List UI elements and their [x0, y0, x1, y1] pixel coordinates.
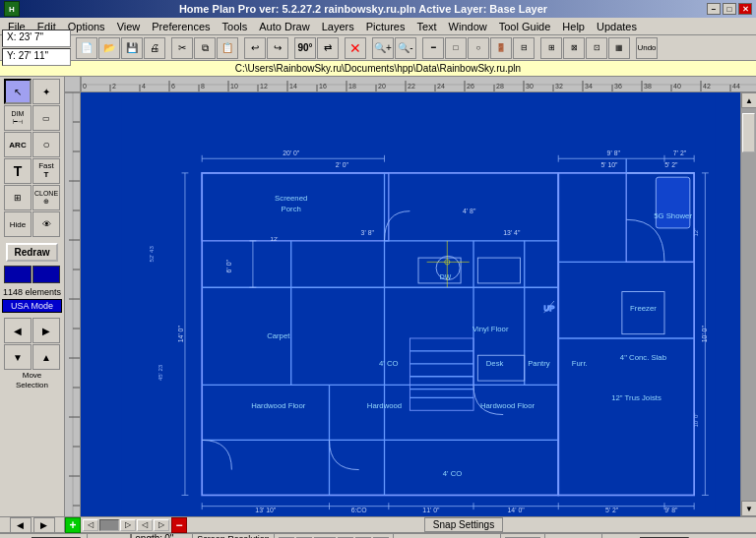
open-button[interactable]: 📂 — [98, 37, 120, 59]
hscroll-thumb[interactable] — [99, 519, 119, 531]
svg-rect-68 — [121, 92, 715, 516]
svg-text:20' 0": 20' 0" — [283, 149, 300, 156]
svg-text:6:CO: 6:CO — [351, 507, 368, 513]
furr-label: Furr. — [572, 359, 588, 368]
scroll-track[interactable] — [741, 108, 756, 501]
svg-rect-94 — [656, 177, 689, 228]
snap-line-section: spacebar changes line — [398, 534, 501, 538]
canvas-area[interactable]: // Ruler ticks will be drawn via inline … — [65, 77, 756, 516]
snap-settings-button[interactable]: Snap Settings — [424, 517, 503, 532]
redraw-button[interactable]: Redraw — [6, 243, 57, 262]
usa-mode[interactable]: USA Mode — [2, 299, 62, 313]
close-button[interactable]: ✕ — [738, 3, 752, 15]
clone-tool[interactable]: CLONE⊕ — [32, 185, 60, 210]
print-button[interactable]: 🖨 — [144, 37, 165, 59]
dim-tool[interactable]: DIM⊢⊣ — [4, 105, 32, 131]
move-right-btn[interactable]: ▶ — [32, 318, 60, 343]
point-tool[interactable]: ✦ — [32, 79, 60, 104]
arc-tool[interactable]: ARC — [4, 132, 32, 157]
line-button[interactable]: ━ — [422, 37, 444, 59]
vinyl-floor-label: Vinyl Floor — [472, 325, 509, 333]
color-swatch[interactable] — [4, 266, 32, 283]
svg-text:10' 0": 10' 0" — [701, 326, 708, 343]
svg-text:12": 12" — [693, 228, 699, 237]
color-swatch2[interactable] — [32, 266, 60, 283]
resolution-section: Screen Resolution 1" per pixel — [197, 534, 275, 538]
copy-button[interactable]: ⧉ — [194, 37, 216, 59]
menu-text[interactable]: Text — [410, 20, 442, 33]
svg-text:24: 24 — [437, 83, 445, 90]
save-button[interactable]: 💾 — [121, 37, 143, 59]
window-button[interactable]: ⊟ — [513, 37, 535, 59]
circle-button[interactable]: ○ — [468, 37, 489, 59]
hscroll-plus-button[interactable]: + — [65, 517, 81, 533]
cut-button[interactable]: ✂ — [171, 37, 193, 59]
menu-tools[interactable]: Tools — [217, 20, 254, 33]
fast-text-tool[interactable]: FastT — [32, 158, 60, 184]
minimize-button[interactable]: − — [707, 3, 721, 15]
horiz-section: Horiz: — [4, 534, 88, 538]
trus-joists-label: 12" Trus Joists — [611, 393, 662, 402]
menu-autodraw[interactable]: Auto Draw — [253, 20, 315, 33]
undo-button[interactable]: ↩ — [244, 37, 266, 59]
menu-preferences[interactable]: Preferences — [146, 20, 216, 33]
menu-pictures[interactable]: Pictures — [360, 20, 411, 33]
new-button[interactable]: 📄 — [76, 37, 97, 59]
rotate-button[interactable]: 90° — [294, 37, 316, 59]
conc-slab-label: 4" Conc. Slab — [620, 353, 666, 362]
app-icon: H — [4, 1, 20, 17]
scroll-down-button[interactable]: ▼ — [741, 501, 756, 516]
svg-text:26: 26 — [467, 83, 474, 90]
text-tool[interactable]: T — [4, 158, 32, 184]
menu-toolguide[interactable]: Tool Guide — [493, 20, 557, 33]
menu-help[interactable]: Help — [556, 20, 591, 33]
nav-left-button[interactable]: ◀ — [10, 517, 32, 533]
scroll-thumb[interactable] — [742, 113, 755, 152]
toolbar-btn-misc3[interactable]: ⊡ — [586, 37, 607, 59]
door-button[interactable]: 🚪 — [490, 37, 512, 59]
view-tool[interactable]: 👁 — [32, 211, 60, 237]
svg-text:18: 18 — [348, 83, 356, 90]
blueprint[interactable]: UP Screened Porch Carpet DW Vinyl Floor … — [81, 92, 756, 516]
x-coord: X: 23' 7" — [2, 30, 71, 47]
move-down-btn[interactable]: ▼ — [4, 344, 32, 370]
nav-right-button[interactable]: ▶ — [33, 517, 55, 533]
hscroll-btn1[interactable]: ◁ — [83, 519, 98, 531]
freezer-label: Freezer — [630, 304, 657, 313]
redo-button[interactable]: ↪ — [267, 37, 288, 59]
move-up-btn[interactable]: ▲ — [32, 344, 60, 370]
select-tool[interactable]: ↖ — [4, 79, 32, 104]
circle-tool-left[interactable]: ○ — [32, 132, 60, 157]
menu-updates[interactable]: Updates — [591, 20, 643, 33]
maximize-button[interactable]: □ — [723, 3, 736, 15]
hscroll-minus-button[interactable]: − — [171, 517, 187, 533]
svg-text:52' 43: 52' 43 — [149, 246, 155, 263]
ruler-left — [65, 92, 81, 516]
menu-window[interactable]: Window — [443, 20, 493, 33]
menu-view[interactable]: View — [111, 20, 147, 33]
symbol-tool[interactable]: ⊞ — [4, 185, 32, 210]
screened-porch-label: Screened — [275, 194, 307, 203]
wall-tool[interactable]: ▭ — [32, 105, 60, 131]
toolbar-btn-misc2[interactable]: ⊠ — [563, 37, 585, 59]
scroll-up-button[interactable]: ▲ — [741, 92, 756, 108]
zoom-out-button[interactable]: 🔍- — [395, 37, 416, 59]
toolbar-btn-misc4[interactable]: ▦ — [608, 37, 630, 59]
delete-button[interactable]: ✕ — [345, 37, 366, 59]
undo2-button[interactable]: Undo — [636, 37, 658, 59]
hscroll-btn2[interactable]: ▷ — [120, 519, 136, 531]
zoom-in-button[interactable]: 🔍+ — [372, 37, 394, 59]
hscroll-btn3[interactable]: ◁ — [137, 519, 153, 531]
hscroll-btn4[interactable]: ▷ — [154, 519, 169, 531]
svg-text:16: 16 — [319, 83, 327, 90]
svg-text:20: 20 — [378, 83, 386, 90]
move-selection-label: MoveSelection — [2, 371, 62, 389]
flip-button[interactable]: ⇄ — [317, 37, 339, 59]
move-left-btn[interactable]: ◀ — [4, 318, 32, 343]
rect-button[interactable]: □ — [445, 37, 467, 59]
toolbar-btn-misc1[interactable]: ⊞ — [540, 37, 562, 59]
paste-button[interactable]: 📋 — [217, 37, 238, 59]
vertical-scrollbar[interactable]: ▲ ▼ — [740, 92, 756, 516]
menu-layers[interactable]: Layers — [316, 20, 360, 33]
hide-tool[interactable]: Hide — [4, 211, 32, 237]
